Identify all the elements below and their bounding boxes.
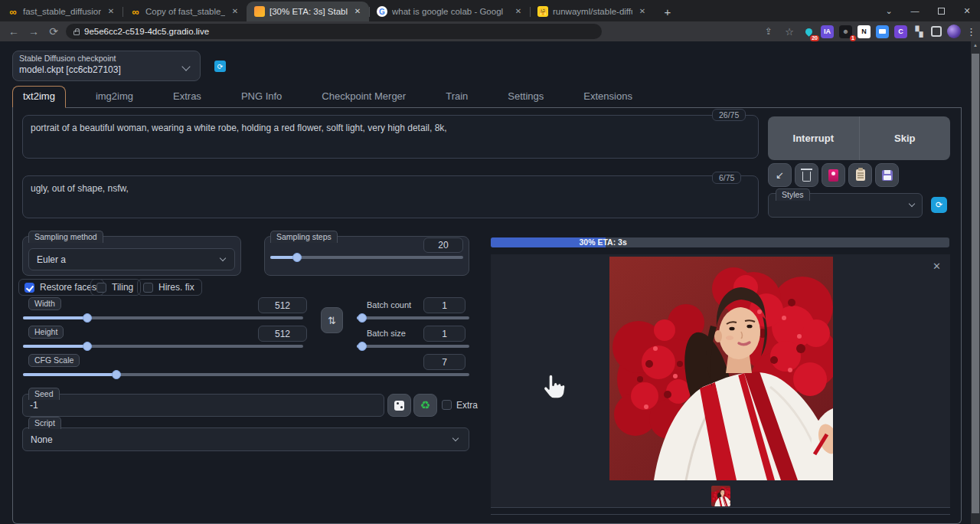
gallery-thumbnail[interactable]: [711, 486, 730, 506]
interrupt-button[interactable]: Interrupt: [768, 116, 859, 160]
scrollbar-thumb[interactable]: [972, 54, 979, 513]
gallery-divider: [491, 514, 950, 515]
chevron-down-icon: [452, 435, 459, 441]
slider-fill: [23, 345, 87, 348]
slider-fill: [23, 373, 116, 376]
window-minimize-button[interactable]: —: [902, 0, 928, 21]
batch-size-input[interactable]: [423, 326, 466, 342]
window-maximize-button[interactable]: [928, 0, 954, 21]
slider-knob[interactable]: [358, 342, 367, 351]
skip-button[interactable]: Skip: [859, 116, 951, 160]
tab-checkpoint-merger[interactable]: Checkpoint Merger: [312, 87, 416, 107]
script-dropdown[interactable]: None: [22, 427, 469, 451]
batch-count-slider[interactable]: [357, 313, 469, 323]
swap-dimensions-button[interactable]: ⇅: [321, 307, 343, 333]
profile-avatar[interactable]: [947, 25, 961, 38]
reload-icon[interactable]: ⟳: [46, 25, 61, 38]
checkbox-icon[interactable]: [143, 283, 153, 293]
google-icon: G: [377, 6, 387, 17]
address-bar[interactable]: 9e5e6cc2-c519-4dc5.gradio.live: [66, 24, 602, 39]
browser-tab-google-search[interactable]: G what is google colab - Googl ✕: [369, 2, 530, 21]
colab-icon: ∞: [8, 6, 18, 17]
batch-size-slider[interactable]: [357, 342, 469, 351]
url-text[interactable]: 9e5e6cc2-c519-4dc5.gradio.live: [84, 27, 209, 36]
forward-icon[interactable]: →: [26, 25, 41, 38]
checkbox-icon[interactable]: [96, 283, 106, 293]
slider-track[interactable]: [357, 316, 469, 319]
window-close-button[interactable]: ✕: [954, 0, 980, 21]
width-input[interactable]: [258, 297, 307, 313]
extension-dark-icon[interactable]: ☻1: [839, 25, 852, 38]
browser-tab-colab-2[interactable]: ∞ Copy of fast_stable_diffusion_ ✕: [122, 2, 247, 21]
extension-purple-icon[interactable]: C: [894, 25, 907, 38]
progress-label: 30% ETA: 3s: [580, 237, 627, 247]
reuse-seed-button[interactable]: ♻: [413, 394, 437, 417]
height-slider[interactable]: [23, 342, 303, 351]
browser-menu-icon[interactable]: ⋮: [966, 26, 974, 38]
extension-blue-icon[interactable]: [876, 25, 889, 38]
sidebar-toggle-icon[interactable]: [931, 26, 942, 37]
slider-knob[interactable]: [292, 253, 302, 262]
slider-knob[interactable]: [83, 342, 92, 351]
checkbox-checked-icon[interactable]: [24, 283, 34, 293]
tab-close-icon[interactable]: ✕: [637, 6, 648, 17]
new-tab-button[interactable]: +: [658, 2, 677, 21]
seed-extra-checkbox[interactable]: [442, 400, 452, 410]
browser-tab-stable-diffusion[interactable]: [30% ETA: 3s] Stable Diffusion ✕: [247, 2, 369, 21]
tab-close-icon[interactable]: ✕: [352, 6, 363, 17]
tab-settings[interactable]: Settings: [498, 87, 554, 107]
extensions-puzzle-icon[interactable]: ▚: [913, 25, 926, 38]
back-icon[interactable]: ←: [6, 25, 21, 38]
tab-title: what is google colab - Googl: [392, 7, 508, 16]
sampling-steps-input[interactable]: [423, 237, 463, 253]
tab-train[interactable]: Train: [436, 87, 478, 107]
extension-pin-icon[interactable]: 20: [802, 25, 815, 38]
extension-ia-icon[interactable]: IA: [821, 25, 834, 38]
width-slider[interactable]: [23, 313, 303, 323]
sampling-method-dropdown[interactable]: Euler a: [28, 248, 235, 270]
prompt-textarea[interactable]: portrait of a beautiful woman, wearing a…: [22, 115, 759, 159]
share-icon[interactable]: ⇪: [761, 26, 776, 37]
save-style-button[interactable]: [875, 163, 899, 187]
tiling-checkbox[interactable]: Tiling: [90, 279, 141, 296]
refresh-checkpoints-button[interactable]: ⟳: [214, 61, 226, 72]
tab-close-icon[interactable]: ✕: [513, 6, 524, 17]
random-seed-button[interactable]: [387, 394, 411, 417]
batch-count-label: Batch count: [367, 300, 411, 309]
clear-prompt-button[interactable]: [795, 163, 818, 187]
checkpoint-dropdown[interactable]: Stable Diffusion checkpoint model.ckpt […: [12, 51, 201, 81]
page-scrollbar[interactable]: ▲: [971, 41, 980, 524]
batch-count-input[interactable]: [423, 297, 466, 313]
slider-knob[interactable]: [112, 370, 121, 379]
paste-params-button[interactable]: ↙: [768, 163, 792, 187]
tab-txt2img[interactable]: txt2img: [12, 86, 66, 108]
bookmark-star-icon[interactable]: ☆: [782, 26, 797, 38]
tab-extensions[interactable]: Extensions: [573, 87, 642, 107]
tab-extras[interactable]: Extras: [163, 87, 211, 107]
negative-prompt-textarea[interactable]: ugly, out of shape, nsfw,: [22, 175, 759, 218]
tab-search-chevron-icon[interactable]: ⌄: [876, 0, 902, 21]
apply-style-button[interactable]: [848, 163, 872, 187]
scrollbar-up-icon[interactable]: ▲: [971, 43, 980, 47]
slider-knob[interactable]: [83, 313, 92, 323]
tab-close-icon[interactable]: ✕: [230, 6, 240, 17]
sampling-steps-slider[interactable]: [270, 253, 463, 262]
slider-track[interactable]: [357, 345, 469, 348]
cfg-scale-slider[interactable]: [23, 370, 469, 379]
slider-fill: [23, 316, 87, 319]
tab-close-icon[interactable]: ✕: [106, 6, 116, 17]
seed-input[interactable]: [22, 394, 384, 417]
gallery-close-icon[interactable]: ✕: [933, 260, 941, 272]
refresh-styles-button[interactable]: ⟳: [931, 197, 947, 213]
tab-img2img[interactable]: img2img: [86, 87, 143, 107]
hires-fix-checkbox[interactable]: Hires. fix: [137, 279, 202, 296]
extension-notion-icon[interactable]: N: [858, 25, 871, 38]
height-input[interactable]: [258, 326, 307, 342]
browser-tab-colab-1[interactable]: ∞ fast_stable_diffusion_AUTOMA ✕: [0, 2, 122, 21]
cfg-scale-input[interactable]: [423, 354, 466, 370]
slider-knob[interactable]: [358, 313, 367, 323]
extra-networks-button[interactable]: [822, 163, 845, 187]
generated-image-preview[interactable]: [609, 257, 833, 480]
browser-tab-huggingface[interactable]: 🤗 runwayml/stable-diffusion-v1 ✕: [530, 2, 654, 21]
tab-png-info[interactable]: PNG Info: [231, 87, 292, 107]
